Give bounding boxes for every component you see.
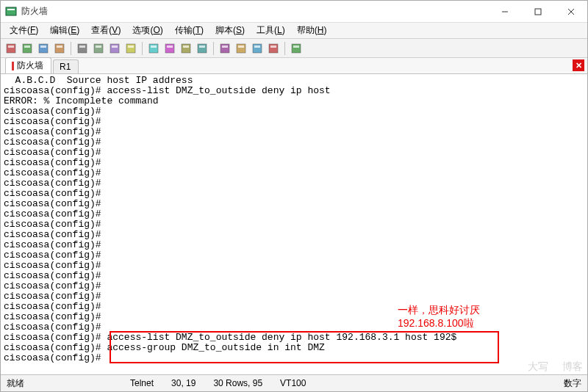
svg-rect-7 bbox=[8, 46, 14, 48]
transfer-icon[interactable] bbox=[289, 41, 304, 56]
status-term-type: VT100 bbox=[280, 378, 306, 388]
info-icon[interactable] bbox=[266, 41, 281, 56]
key-icon[interactable] bbox=[250, 41, 265, 56]
svg-rect-10 bbox=[39, 44, 48, 53]
svg-rect-23 bbox=[151, 46, 157, 48]
svg-rect-9 bbox=[24, 46, 30, 48]
status-rows: 30 Rows, 95 bbox=[213, 378, 262, 388]
svg-rect-3 bbox=[535, 9, 541, 15]
svg-rect-36 bbox=[269, 44, 278, 53]
svg-rect-29 bbox=[199, 46, 205, 48]
status-protocol: Telnet bbox=[130, 378, 154, 388]
tab-r1[interactable]: R1 bbox=[53, 59, 79, 73]
svg-rect-17 bbox=[96, 46, 101, 48]
paste-icon[interactable] bbox=[107, 41, 122, 56]
script-run-icon[interactable] bbox=[218, 41, 232, 56]
menu-view[interactable]: 查看(V) bbox=[85, 23, 126, 38]
svg-rect-31 bbox=[222, 46, 228, 48]
toolbar bbox=[1, 39, 587, 58]
svg-rect-33 bbox=[238, 46, 244, 48]
svg-rect-37 bbox=[270, 46, 276, 48]
svg-rect-38 bbox=[292, 44, 301, 53]
status-bar: 就绪 Telnet 30, 19 30 Rows, 95 VT100 数字 bbox=[1, 375, 587, 391]
tabstrip-close-icon[interactable]: ✕ bbox=[573, 59, 584, 71]
menu-edit[interactable]: 编辑(E) bbox=[44, 23, 85, 38]
svg-rect-6 bbox=[7, 44, 15, 53]
svg-rect-12 bbox=[55, 44, 64, 53]
svg-rect-26 bbox=[182, 44, 190, 53]
session-icon[interactable] bbox=[195, 41, 209, 56]
tab-label: R1 bbox=[60, 62, 71, 72]
minimize-button[interactable] bbox=[488, 1, 521, 23]
menu-file[interactable]: 文件(F) bbox=[4, 23, 44, 38]
menu-bar: 文件(F) 编辑(E) 查看(V) 选项(O) 传输(T) 脚本(S) 工具(L… bbox=[1, 23, 587, 39]
svg-rect-25 bbox=[167, 46, 173, 48]
status-ready: 就绪 bbox=[7, 377, 24, 390]
svg-rect-35 bbox=[254, 46, 260, 48]
svg-rect-24 bbox=[165, 44, 174, 53]
menu-script[interactable]: 脚本(S) bbox=[209, 23, 251, 38]
menu-help[interactable]: 帮助(H) bbox=[291, 23, 333, 38]
svg-rect-19 bbox=[112, 46, 118, 48]
quick-connect-icon[interactable] bbox=[36, 41, 51, 56]
svg-rect-13 bbox=[57, 46, 62, 48]
app-icon bbox=[5, 6, 17, 18]
doc-new-icon[interactable] bbox=[4, 41, 18, 56]
window-title: 防火墙 bbox=[21, 5, 48, 18]
svg-rect-28 bbox=[198, 44, 207, 53]
tile-icon[interactable] bbox=[179, 41, 193, 56]
maximize-button[interactable] bbox=[521, 1, 554, 23]
svg-rect-16 bbox=[94, 44, 103, 53]
svg-rect-21 bbox=[128, 46, 134, 48]
menu-tools[interactable]: 工具(L) bbox=[251, 23, 291, 38]
menu-transfer[interactable]: 传输(T) bbox=[169, 23, 209, 38]
terminal-output[interactable]: A.B.C.D Source host IP address ciscoasa(… bbox=[1, 74, 587, 374]
svg-rect-1 bbox=[7, 9, 15, 10]
find-icon[interactable] bbox=[123, 41, 138, 56]
svg-rect-32 bbox=[237, 44, 245, 53]
status-cursor-pos: 30, 19 bbox=[171, 378, 196, 388]
script-cancel-icon[interactable] bbox=[234, 41, 248, 56]
copy-icon[interactable] bbox=[91, 41, 106, 56]
svg-rect-39 bbox=[293, 46, 299, 48]
status-numlock: 数字 bbox=[564, 377, 581, 390]
annotation-text: 一样，思科好讨厌 192.168.8.100啦 bbox=[398, 303, 480, 330]
title-bar: 防火墙 bbox=[1, 1, 587, 23]
options-icon[interactable] bbox=[162, 41, 177, 56]
svg-rect-34 bbox=[253, 44, 262, 53]
svg-rect-11 bbox=[40, 46, 46, 48]
svg-rect-14 bbox=[78, 44, 87, 53]
connect-icon[interactable] bbox=[20, 41, 35, 56]
session-tab-strip: 防火墙 R1 ✕ bbox=[1, 58, 587, 74]
svg-rect-27 bbox=[183, 46, 189, 48]
svg-rect-30 bbox=[220, 44, 229, 53]
cut-icon[interactable] bbox=[75, 41, 90, 56]
svg-rect-8 bbox=[23, 44, 32, 53]
tab-firewall[interactable]: 防火墙 bbox=[5, 57, 51, 73]
svg-rect-20 bbox=[126, 44, 135, 53]
svg-rect-15 bbox=[79, 46, 85, 48]
svg-rect-22 bbox=[149, 44, 158, 53]
close-button[interactable] bbox=[554, 1, 587, 23]
svg-rect-18 bbox=[110, 44, 119, 53]
menu-options[interactable]: 选项(O) bbox=[126, 23, 168, 38]
print-icon[interactable] bbox=[146, 41, 161, 56]
svg-rect-0 bbox=[6, 7, 16, 15]
disconnect-icon[interactable] bbox=[52, 41, 67, 56]
tab-label: 防火墙 bbox=[17, 59, 43, 72]
